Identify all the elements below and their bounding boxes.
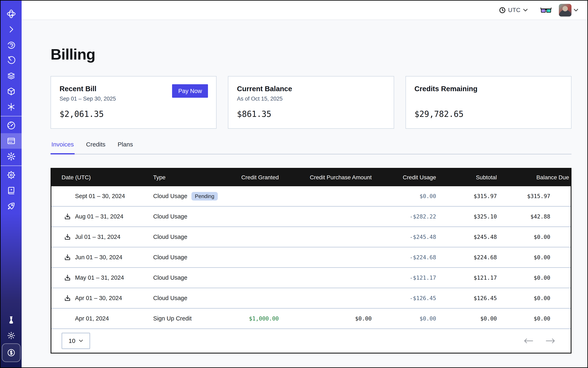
- column-header: Credit Granted: [223, 169, 280, 186]
- invoice-date: Jul 01 – 31, 2024: [75, 234, 120, 240]
- subtotal-value: $224.68: [438, 247, 498, 268]
- sidebar-item-usage[interactable]: [1, 118, 22, 133]
- sidebar-divider: [1, 166, 22, 166]
- table-row: Aug 01 – 31, 2024Cloud Usage-$282.22$325…: [51, 206, 571, 227]
- credit-purchase-value: [280, 288, 373, 308]
- cube-icon: [7, 87, 16, 96]
- credit-granted-value: [223, 227, 280, 247]
- sidebar-item-rewards[interactable]: [2, 343, 21, 362]
- credit-purchase-value: $0.00: [280, 308, 373, 329]
- sidebar-item-layers[interactable]: [1, 68, 22, 84]
- sidebar-item-support[interactable]: [1, 167, 22, 183]
- spiral-icon: [7, 40, 16, 50]
- tab-invoices[interactable]: Invoices: [51, 141, 75, 154]
- sidebar-item-billing[interactable]: [1, 133, 22, 149]
- download-invoice-button[interactable]: [63, 212, 72, 221]
- credit-purchase-value: [280, 268, 373, 288]
- chevron-down-icon: [523, 9, 528, 12]
- table-row: Apr 01, 2024Sign Up Credit$1,000.00$0.00…: [51, 308, 571, 329]
- card-subtitle: [415, 96, 562, 102]
- gauge-icon: [7, 121, 16, 130]
- user-menu[interactable]: [559, 4, 579, 17]
- arrow-right-icon: [546, 338, 555, 344]
- chevron-down-icon: [79, 340, 83, 342]
- credit-granted-value: $1,000.00: [223, 308, 280, 329]
- invoice-date: Sept 01 – 30, 2024: [75, 193, 125, 200]
- billing-tabs: Invoices Credits Plans: [51, 141, 571, 154]
- credit-granted-value: [223, 186, 280, 206]
- credit-granted-value: [223, 206, 280, 227]
- download-icon: [64, 213, 71, 220]
- pay-now-button[interactable]: Pay Now: [172, 84, 208, 98]
- flask-icon: [7, 315, 16, 325]
- sidebar-item-deploy[interactable]: [1, 84, 22, 99]
- sidebar-item-functions[interactable]: [1, 99, 22, 115]
- download-invoice-button[interactable]: [63, 253, 72, 262]
- page-size-value: 10: [69, 337, 75, 344]
- sidebar-item-history[interactable]: [1, 53, 22, 68]
- prev-page-button[interactable]: [524, 338, 533, 344]
- subtotal-value: $315.97: [438, 186, 498, 206]
- timezone-selector[interactable]: UTC: [499, 7, 528, 13]
- invoice-date: May 01 – 31, 2024: [75, 274, 124, 281]
- sidebar-item-theme[interactable]: [1, 328, 22, 343]
- balance-due-value: $0.00: [498, 308, 571, 329]
- download-invoice-button[interactable]: [63, 274, 72, 282]
- sidebar-item-docs[interactable]: [1, 183, 22, 198]
- invoice-type: Sign Up Credit: [153, 315, 192, 322]
- invoice-date: Apr 01, 2024: [75, 315, 109, 322]
- card-amount: $2,061.35: [60, 109, 208, 119]
- sidebar-item-labs[interactable]: [1, 312, 22, 328]
- credit-granted-value: [223, 288, 280, 308]
- app-logo[interactable]: [1, 6, 22, 22]
- timezone-label: UTC: [508, 7, 521, 13]
- page-size-select[interactable]: 10: [62, 333, 90, 349]
- sun-icon: [7, 331, 16, 340]
- billing-card-icon: [7, 136, 16, 146]
- card-title: Current Balance: [237, 85, 385, 93]
- book-sparkle-icon: [7, 186, 16, 195]
- card-amount: $29,782.65: [415, 109, 562, 119]
- dollar-badge-icon: [7, 348, 16, 357]
- tab-plans[interactable]: Plans: [117, 141, 134, 154]
- avatar: [559, 4, 571, 17]
- credit-usage-value: -$282.22: [373, 206, 438, 227]
- next-page-button[interactable]: [546, 338, 555, 344]
- chevron-right-icon: [7, 25, 16, 34]
- credit-granted-value: [223, 247, 280, 268]
- download-icon: [64, 294, 71, 302]
- table-row: Jun 01 – 30, 2024Cloud Usage-$224.68$224…: [51, 247, 571, 268]
- credit-usage-value: -$245.48: [373, 227, 438, 247]
- credits-remaining-card: Credits Remaining $29,782.65: [406, 76, 571, 129]
- credit-purchase-value: [280, 186, 373, 206]
- sidebar-item-expand[interactable]: [1, 22, 22, 37]
- glasses-icon[interactable]: [541, 7, 552, 14]
- credit-usage-value: $0.00: [373, 308, 438, 329]
- helm-icon: [7, 170, 16, 180]
- column-header: Balance Due: [498, 169, 571, 186]
- subtotal-value: $126.45: [438, 288, 498, 308]
- page-title: Billing: [51, 46, 571, 63]
- subtotal-value: $0.00: [438, 308, 498, 329]
- download-icon: [64, 233, 71, 241]
- sidebar-item-settings[interactable]: [1, 149, 22, 164]
- sidebar-item-getting-started[interactable]: [1, 198, 22, 214]
- credit-purchase-value: [280, 206, 373, 227]
- table-row: Sept 01 – 30, 2024Cloud UsagePending$0.0…: [51, 186, 571, 206]
- chevron-down-icon: [573, 9, 579, 12]
- credit-purchase-value: [280, 247, 373, 268]
- history-icon: [7, 56, 16, 65]
- balance-due-value: $42.88: [498, 206, 571, 227]
- sidebar-item-observe[interactable]: [1, 37, 22, 53]
- logo-orbit-icon: [7, 9, 16, 18]
- download-invoice-button[interactable]: [63, 233, 72, 241]
- download-invoice-button[interactable]: [63, 294, 72, 303]
- credit-usage-value: -$121.17: [373, 268, 438, 288]
- tab-credits[interactable]: Credits: [85, 141, 106, 154]
- invoice-type: Cloud Usage: [153, 295, 187, 302]
- subtotal-value: $325.10: [438, 206, 498, 227]
- sidebar: [1, 1, 22, 367]
- gear-icon: [7, 152, 16, 161]
- sidebar-divider: [1, 116, 22, 117]
- summary-cards: Recent Bill Sep 01 – Sep 30, 2025 $2,061…: [51, 76, 571, 129]
